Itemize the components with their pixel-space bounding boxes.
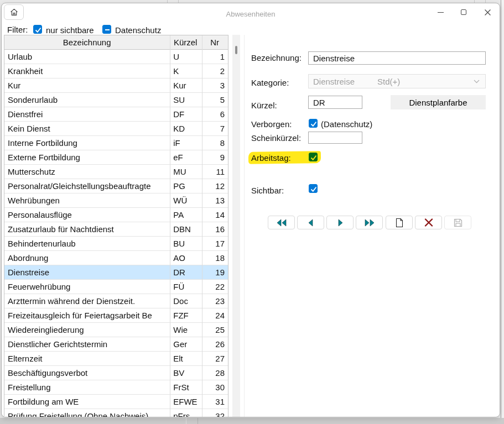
close-button[interactable] — [479, 4, 496, 20]
kategorie-value: Dienstreise — [313, 77, 355, 86]
table-row[interactable]: ElternzeitElt27 — [4, 352, 228, 366]
table-row[interactable]: AbordnungAO18 — [4, 251, 228, 265]
sichtbar-checkbox[interactable] — [309, 184, 318, 193]
scrollbar-thumb[interactable] — [235, 46, 237, 54]
table-row[interactable]: WehrübungenWÜ13 — [4, 193, 228, 208]
table-row[interactable]: FreistellungFrSt30 — [4, 380, 228, 395]
table-row[interactable]: WiedereingliederungWie25 — [4, 323, 228, 337]
verborgen-suffix-label: (Datenschutz) — [321, 119, 372, 129]
chevron-down-icon — [474, 80, 480, 83]
cell-bezeichnung: Sonderurlaub — [4, 93, 169, 107]
dienstplanfarbe-button[interactable]: Dienstplanfarbe — [391, 95, 486, 109]
arbeitstag-checkbox[interactable] — [309, 153, 318, 161]
cell-nr: 7 — [201, 122, 228, 135]
table-row[interactable]: Zusatzurlaub für NachtdienstDBN16 — [4, 222, 228, 237]
cell-bezeichnung: Dienstfrei — [4, 107, 169, 121]
nav-last-button[interactable] — [356, 216, 383, 229]
table-row[interactable]: Fortbildung am WEEFWE31 — [4, 395, 228, 409]
cell-nr: 22 — [201, 280, 228, 294]
table-row[interactable]: MutterschutzMU11 — [4, 165, 228, 179]
nav-last-icon — [364, 219, 375, 227]
cell-nr: 31 — [201, 395, 228, 409]
table-row[interactable]: Personalrat/GleichstellungsbeauftragtePG… — [4, 179, 228, 193]
nav-next-button[interactable] — [326, 216, 354, 229]
bezeichnung-input[interactable]: Dienstreise — [308, 51, 486, 65]
table-row[interactable]: Interne FortbildungiF8 — [4, 136, 228, 150]
column-header-bezeichnung[interactable]: Bezeichnung — [4, 35, 169, 49]
cell-bezeichnung: Kein Dienst — [4, 122, 169, 135]
verborgen-checkbox[interactable] — [309, 119, 318, 128]
background-window-edge — [198, 418, 198, 424]
cell-nr: 24 — [201, 308, 228, 322]
table-row[interactable]: UrlaubU1 — [4, 50, 228, 64]
table-row[interactable]: Externe FortbildungeF9 — [4, 150, 228, 165]
cell-kuerzel: PG — [169, 179, 201, 193]
background-window-strip — [501, 0, 504, 424]
cell-kuerzel: Doc — [169, 294, 201, 308]
scheinkuerzel-label: Scheinkürzel: — [251, 133, 301, 143]
table-row[interactable]: FeuerwehrübungFÜ22 — [4, 280, 228, 294]
new-record-button[interactable] — [386, 216, 413, 229]
close-icon — [485, 9, 491, 15]
table-row[interactable]: SonderurlaubSU5 — [4, 93, 228, 107]
cell-kuerzel: PA — [169, 208, 201, 222]
cell-kuerzel: Ger — [169, 337, 201, 351]
save-record-button[interactable] — [444, 216, 471, 229]
sichtbar-label: Sichtbar: — [251, 186, 284, 195]
cell-bezeichnung: Arzttermin während der Dienstzeit. — [4, 294, 169, 308]
table-row[interactable]: PersonalausflügePA14 — [4, 208, 228, 222]
cell-bezeichnung: Feuerwehrübung — [4, 280, 169, 294]
cell-kuerzel: KD — [169, 122, 201, 135]
minimize-button[interactable] — [432, 4, 449, 20]
kuerzel-label: Kürzel: — [251, 101, 277, 110]
background-window-strip — [0, 418, 504, 424]
cell-nr: 12 — [201, 179, 228, 193]
verborgen-label: Verborgen: — [251, 119, 292, 129]
home-button[interactable] — [4, 4, 24, 20]
cell-nr: 1 — [201, 50, 228, 64]
filter-nur-sichtbare-checkbox[interactable] — [33, 25, 42, 34]
maximize-button[interactable] — [455, 4, 472, 20]
table-row[interactable]: Dienstlicher GerichtsterminGer26 — [4, 337, 228, 352]
table-scrollbar[interactable] — [232, 35, 240, 417]
table-row[interactable]: BehindertenurlaubBU17 — [4, 237, 228, 251]
cell-nr: 3 — [201, 78, 228, 92]
column-header-kuerzel[interactable]: Kürzel — [169, 35, 201, 49]
cell-bezeichnung: Beschäftigungsverbot — [4, 366, 169, 380]
cell-nr: 14 — [201, 208, 228, 222]
filter-datenschutz-checkbox[interactable] — [102, 25, 111, 34]
cell-nr: 6 — [201, 107, 228, 121]
table-row[interactable]: DienstfreiDF6 — [4, 107, 228, 122]
cell-kuerzel: Wie — [169, 323, 201, 337]
cell-bezeichnung: Zusatzurlaub für Nachtdienst — [4, 222, 169, 236]
table-row[interactable]: Arzttermin während der Dienstzeit.Doc23 — [4, 294, 228, 308]
kuerzel-input[interactable]: DR — [308, 96, 362, 109]
check-icon — [310, 185, 318, 193]
cell-nr: 28 — [201, 366, 228, 380]
cell-kuerzel: SU — [169, 93, 201, 107]
cell-kuerzel: iF — [169, 136, 201, 150]
table-row[interactable]: DienstreiseDR19 — [4, 265, 228, 280]
cell-nr: 13 — [201, 193, 228, 207]
cell-bezeichnung: Personalrat/Gleichstellungsbeauftragte — [4, 179, 169, 193]
column-header-nr[interactable]: Nr — [201, 35, 228, 49]
kategorie-select[interactable]: Dienstreise Std(+) — [308, 74, 486, 88]
check-icon — [310, 154, 318, 161]
delete-record-button[interactable] — [415, 216, 442, 229]
table-row[interactable]: Prüfung Freistellung (Ohne Nachweis)pFrs… — [4, 409, 228, 417]
new-document-icon — [395, 218, 404, 228]
cell-bezeichnung: Fortbildung am WE — [4, 395, 169, 409]
nav-previous-button[interactable] — [297, 216, 324, 229]
check-icon — [310, 120, 318, 128]
table-row[interactable]: KrankheitK2 — [4, 64, 228, 78]
scheinkuerzel-input[interactable] — [308, 132, 362, 144]
table-row[interactable]: Kein DienstKD7 — [4, 122, 228, 136]
cell-bezeichnung: Krankheit — [4, 64, 169, 78]
table-row[interactable]: BeschäftigungsverbotBV28 — [4, 366, 228, 380]
table-row[interactable]: Freizeitausgleich für Feiertagsarbeit Be… — [4, 308, 228, 323]
table-row[interactable]: KurKur3 — [4, 78, 228, 93]
cell-kuerzel: DR — [169, 265, 201, 279]
cell-nr: 32 — [201, 409, 228, 417]
cell-kuerzel: AO — [169, 251, 201, 265]
nav-first-button[interactable] — [268, 216, 295, 229]
